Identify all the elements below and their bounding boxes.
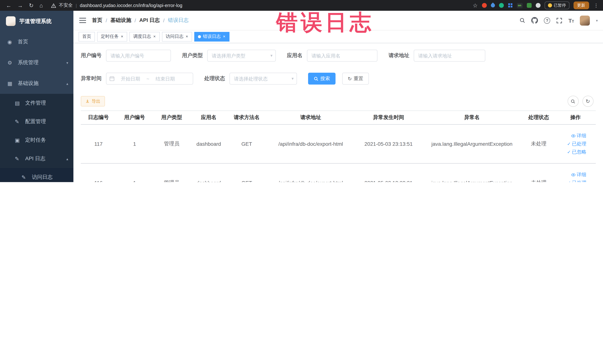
top-navbar: 首页 / 基础设施 / API 日志 / 错误日志 ? <box>73 11 603 30</box>
paused-extension-pill[interactable]: 已暂停 <box>545 1 569 9</box>
sidebar-toggle[interactable] <box>73 11 92 30</box>
sidebar-item-home[interactable]: ◉ 首页 <box>0 32 73 52</box>
table-row: 116 1 管理员 dashboard GET /api/infra/db-do… <box>81 164 596 182</box>
browser-back-icon[interactable]: ← <box>6 3 12 8</box>
process-status-label: 处理状态 <box>204 75 225 82</box>
user-id-label: 用户编号 <box>81 52 102 59</box>
chevron-up-icon: ▴ <box>66 157 68 161</box>
column-header: 异常发生时间 <box>355 114 422 121</box>
browser-home-icon[interactable]: ⌂ <box>39 3 43 8</box>
extension-green-icon[interactable] <box>499 3 504 8</box>
user-type-select[interactable] <box>207 50 276 61</box>
file-icon: ▤ <box>15 100 23 106</box>
browser-menu-icon[interactable]: ⋮ <box>593 3 599 8</box>
cell-url: /api/infra/db-doc/export-html <box>266 180 355 182</box>
fullscreen-icon[interactable] <box>556 17 562 23</box>
sidebar-item-config-mgmt[interactable]: ✎ 配置管理 <box>0 112 73 131</box>
extension-on-badge[interactable]: on <box>517 3 522 8</box>
close-icon[interactable]: × <box>223 34 226 39</box>
cell-exception: java.lang.IllegalArgumentException <box>422 141 522 147</box>
address-bar[interactable]: 不安全 | dashboard.yudao.iocoder.cn/infra/l… <box>51 2 466 9</box>
security-label[interactable]: 不安全 <box>59 2 73 9</box>
cell-url: /api/infra/db-doc/export-html <box>266 141 355 147</box>
active-tab-dot <box>198 35 201 38</box>
refresh-table-button[interactable]: ↻ <box>582 96 593 107</box>
exception-time-range[interactable]: ~ <box>106 73 193 84</box>
sidebar-item-file-mgmt[interactable]: ▤ 文件管理 <box>0 94 73 112</box>
search-button[interactable]: 搜索 <box>308 73 336 84</box>
gear-icon: ⚙ <box>7 60 16 66</box>
cell-app: dashboard <box>190 180 227 182</box>
app-name-input[interactable] <box>307 50 377 61</box>
column-header: 处理状态 <box>522 114 555 121</box>
processed-link[interactable]: ✓已处理 <box>567 141 586 147</box>
sidebar-item-api-log[interactable]: ✎ API 日志 ▴ <box>0 150 73 168</box>
update-button[interactable]: 更新 <box>573 1 589 9</box>
search-icon[interactable] <box>519 17 525 23</box>
processed-link[interactable]: ✓已处理 <box>567 179 586 182</box>
bookmark-star-icon[interactable]: ☆ <box>473 3 478 8</box>
end-date-input[interactable] <box>151 76 180 82</box>
logo-image <box>6 16 16 26</box>
sidebar-item-system[interactable]: ⚙ 系统管理 ▾ <box>0 52 73 73</box>
extension-grid-icon[interactable] <box>508 3 512 8</box>
sidebar-item-label: 基础设施 <box>18 80 39 87</box>
help-icon[interactable]: ? <box>544 17 550 23</box>
tab-error-log[interactable]: 错误日志 × <box>195 32 230 41</box>
edit-icon: ✎ <box>15 119 23 125</box>
cell-app: dashboard <box>190 141 227 147</box>
breadcrumb-infra[interactable]: 基础设施 <box>110 17 131 24</box>
browser-forward-icon[interactable]: → <box>17 3 23 8</box>
user-type-label: 用户类型 <box>182 52 203 59</box>
request-url-input[interactable] <box>414 50 485 61</box>
avatar[interactable] <box>580 15 590 25</box>
reset-button[interactable]: ↻ 重置 <box>342 73 369 84</box>
breadcrumb-home[interactable]: 首页 <box>92 17 102 24</box>
breadcrumb-separator: / <box>106 17 107 23</box>
check-icon: ✓ <box>567 150 571 155</box>
sidebar-item-scheduled-job[interactable]: ▣ 定时任务 <box>0 131 73 150</box>
caret-down-icon[interactable]: ▾ <box>596 18 598 23</box>
detail-link[interactable]: 详细 <box>571 132 586 139</box>
column-header: 操作 <box>555 114 596 121</box>
extension-paw-icon[interactable] <box>535 3 540 8</box>
user-id-input[interactable] <box>106 50 171 61</box>
extension-leaf-icon[interactable] <box>527 3 532 8</box>
hide-search-button[interactable] <box>568 96 579 107</box>
chevron-down-icon: ▾ <box>66 61 68 65</box>
sidebar-item-label: 系统管理 <box>18 59 39 66</box>
browser-reload-icon[interactable]: ↻ <box>29 3 34 8</box>
tab-home[interactable]: 首页 <box>79 32 95 41</box>
cell-time: 2021-05-03 12:02:31 <box>355 180 422 182</box>
check-icon: ✓ <box>567 180 571 182</box>
column-header: 用户类型 <box>153 114 190 121</box>
github-icon[interactable] <box>531 17 538 24</box>
tab-schedule-log[interactable]: 调度日志 × <box>129 32 160 41</box>
ignored-link[interactable]: ✓已忽略 <box>567 149 586 155</box>
process-status-select[interactable] <box>230 73 297 84</box>
start-date-input[interactable] <box>116 76 145 82</box>
column-header: 请求地址 <box>266 114 355 121</box>
extension-adblock-icon[interactable] <box>482 3 487 8</box>
export-button[interactable]: 导出 <box>81 96 105 106</box>
search-button-label: 搜索 <box>320 75 330 82</box>
close-icon[interactable]: × <box>185 34 188 39</box>
table-header-row: 日志编号 用户编号 用户类型 应用名 请求方法名 请求地址 异常发生时间 异常名… <box>81 110 596 125</box>
detail-link[interactable]: 详细 <box>571 171 586 178</box>
check-icon: ✓ <box>567 141 571 146</box>
sidebar: 芋道管理系统 ◉ 首页 ⚙ 系统管理 ▾ ▦ 基础设施 ▴ <box>0 11 73 182</box>
close-icon[interactable]: × <box>153 34 156 39</box>
app-logo[interactable]: 芋道管理系统 <box>0 11 73 32</box>
font-size-icon[interactable]: TT <box>568 17 574 23</box>
sidebar-item-label: 首页 <box>18 39 28 45</box>
url-text[interactable]: dashboard.yudao.iocoder.cn/infra/log/api… <box>80 3 182 8</box>
tab-access-log[interactable]: 访问日志 × <box>162 32 192 41</box>
breadcrumb-api-log[interactable]: API 日志 <box>139 17 160 24</box>
extension-drop-icon[interactable] <box>490 2 496 8</box>
close-icon[interactable]: × <box>120 34 124 39</box>
warning-icon <box>51 3 56 8</box>
tab-scheduled-job[interactable]: 定时任务 × <box>97 32 127 41</box>
sidebar-menu: ◉ 首页 ⚙ 系统管理 ▾ ▦ 基础设施 ▴ ▤ 文件管理 <box>0 32 73 182</box>
sidebar-item-access-log[interactable]: ✎ 访问日志 <box>0 168 73 182</box>
sidebar-item-infra[interactable]: ▦ 基础设施 ▴ <box>0 73 73 94</box>
